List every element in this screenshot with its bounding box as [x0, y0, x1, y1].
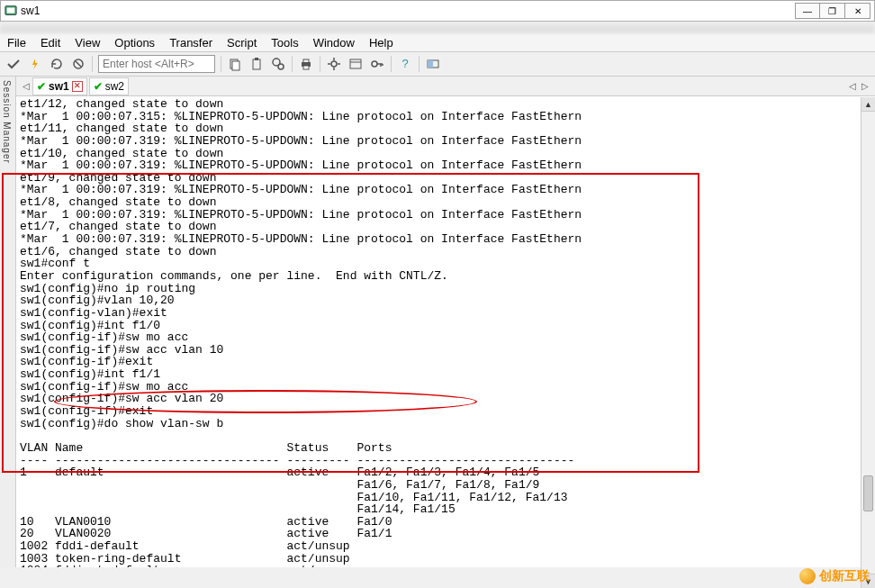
content-pane: ◁ ✔ sw1 ✕ ✔ sw2 ◁ ▷ et1/12, changed stat…	[16, 77, 875, 567]
svg-rect-5	[253, 59, 260, 69]
tab-label: sw1	[49, 80, 69, 93]
menu-options[interactable]: Options	[114, 36, 155, 50]
tab-sw2[interactable]: ✔ sw2	[89, 77, 129, 95]
watermark-text: 创新互联	[819, 568, 870, 584]
app-icon	[5, 5, 17, 17]
reconnect-icon[interactable]	[49, 56, 65, 72]
separator	[320, 56, 320, 72]
window-title: sw1	[21, 5, 791, 17]
menu-view[interactable]: View	[75, 36, 100, 50]
separator	[292, 56, 293, 72]
svg-rect-11	[303, 66, 309, 69]
session-manager-tab[interactable]: Session Manager	[0, 77, 16, 567]
watermark: 创新互联	[799, 568, 870, 584]
title-bar: sw1 — ❐ ✕	[0, 0, 875, 22]
session-options-icon[interactable]	[347, 56, 364, 72]
scroll-thumb[interactable]	[863, 475, 873, 511]
terminal-output[interactable]: et1/12, changed state to down *Mar 1 00:…	[16, 96, 875, 567]
separator	[221, 56, 221, 72]
blurred-partial-toolbar	[0, 23, 875, 32]
svg-point-12	[331, 61, 337, 67]
vertical-scrollbar[interactable]: ▲ ▼	[861, 97, 875, 588]
close-button[interactable]: ✕	[845, 3, 870, 19]
key-icon[interactable]	[369, 56, 385, 72]
scroll-up-button[interactable]: ▲	[861, 97, 875, 112]
help-icon[interactable]: ?	[397, 56, 413, 72]
menu-transfer[interactable]: Transfer	[169, 36, 212, 50]
paste-icon[interactable]	[248, 56, 265, 72]
tab-sw1[interactable]: ✔ sw1 ✕	[32, 77, 87, 95]
main-area: Session Manager ◁ ✔ sw1 ✕ ✔ sw2 ◁ ▷ et1/…	[0, 77, 875, 567]
tab-prev-button[interactable]: ◁	[20, 81, 32, 91]
separator	[92, 56, 93, 72]
svg-text:?: ?	[401, 57, 408, 70]
svg-rect-6	[255, 58, 258, 60]
menu-script[interactable]: Script	[227, 36, 257, 50]
host-input[interactable]	[98, 55, 215, 73]
copy-icon[interactable]	[227, 56, 243, 72]
status-connected-icon: ✔	[94, 80, 103, 93]
tab-label: sw2	[105, 80, 124, 93]
svg-rect-4	[232, 61, 239, 70]
menu-edit[interactable]: Edit	[41, 36, 60, 50]
find-icon[interactable]	[270, 56, 286, 72]
minimize-button[interactable]: —	[795, 3, 820, 19]
svg-rect-17	[350, 59, 361, 68]
status-connected-icon: ✔	[37, 80, 46, 93]
settings-icon[interactable]	[326, 56, 342, 72]
toggle-icon[interactable]	[425, 56, 441, 72]
session-tab-bar: ◁ ✔ sw1 ✕ ✔ sw2 ◁ ▷	[16, 77, 875, 96]
window-controls: — ❐ ✕	[795, 3, 870, 19]
separator	[391, 56, 392, 72]
svg-point-8	[278, 64, 284, 69]
tab-close-button[interactable]: ✕	[72, 81, 83, 92]
connect-icon[interactable]	[5, 56, 22, 72]
watermark-icon	[799, 568, 816, 584]
print-icon[interactable]	[298, 56, 314, 72]
tab-scroll-left-button[interactable]: ◁	[846, 81, 859, 91]
svg-rect-22	[428, 60, 433, 68]
separator	[419, 56, 419, 72]
quick-connect-icon[interactable]	[27, 56, 43, 72]
tab-scroll-right-button[interactable]: ▷	[859, 81, 871, 91]
svg-rect-1	[7, 8, 15, 14]
disconnect-icon[interactable]	[70, 56, 86, 72]
menu-help[interactable]: Help	[369, 36, 393, 50]
toolbar: ?	[0, 52, 875, 77]
svg-point-19	[372, 61, 377, 67]
menu-bar: File Edit View Options Transfer Script T…	[0, 34, 875, 52]
menu-file[interactable]: File	[7, 36, 26, 50]
menu-tools[interactable]: Tools	[271, 36, 298, 50]
menu-window[interactable]: Window	[313, 36, 355, 50]
maximize-button[interactable]: ❐	[820, 3, 845, 19]
